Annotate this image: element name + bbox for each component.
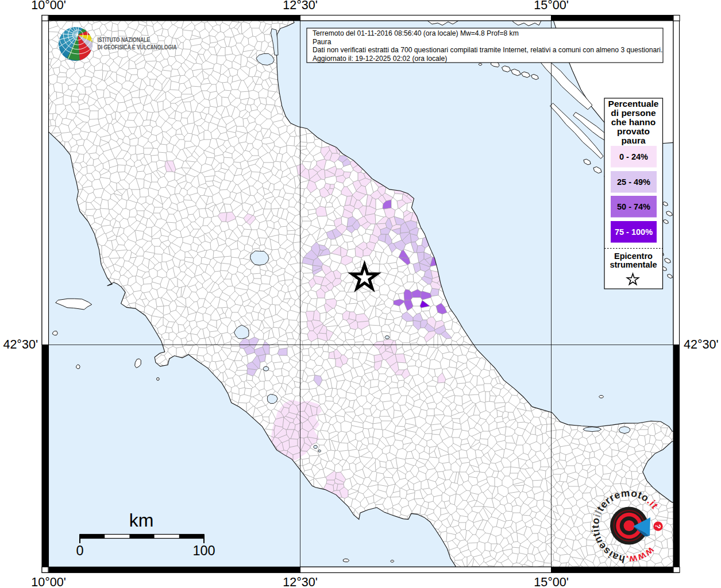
svg-text:paura: paura	[621, 136, 646, 145]
svg-text:75 - 100%: 75 - 100%	[615, 227, 653, 237]
svg-text:Percentuale: Percentuale	[608, 99, 659, 109]
svg-text:12°30': 12°30'	[283, 0, 318, 12]
svg-text:Epicentro: Epicentro	[614, 252, 653, 261]
svg-text:15°00': 15°00'	[534, 0, 569, 12]
svg-text:42°30': 42°30'	[3, 338, 38, 351]
svg-text:50 - 74%: 50 - 74%	[617, 202, 650, 211]
svg-text:km: km	[129, 510, 154, 531]
svg-text:strumentale: strumentale	[610, 260, 657, 269]
svg-text:10°00': 10°00'	[31, 0, 66, 12]
svg-text:di persone: di persone	[611, 108, 656, 118]
svg-text:100: 100	[192, 543, 215, 558]
svg-text:Dati non verificati estratti d: Dati non verificati estratti da 700 ques…	[313, 46, 662, 54]
svg-text:42°30': 42°30'	[684, 338, 719, 351]
svg-text:provato: provato	[617, 126, 650, 136]
svg-text:10°00': 10°00'	[31, 575, 66, 588]
svg-text:15°00': 15°00'	[534, 575, 569, 588]
svg-text:DI GEOFISICA E VULCANOLOGIA: DI GEOFISICA E VULCANOLOGIA	[97, 44, 176, 51]
svg-text:Terremoto del 01-11-2016 08:56: Terremoto del 01-11-2016 08:56:40 (ora l…	[313, 29, 519, 37]
svg-text:Aggiornato il: 19-12-2025 02:0: Aggiornato il: 19-12-2025 02:02 (ora loc…	[313, 55, 447, 63]
svg-text:Paura: Paura	[313, 38, 331, 46]
svg-text:0: 0	[76, 543, 83, 558]
svg-text:0 - 24%: 0 - 24%	[619, 152, 648, 161]
svg-text:che hanno: che hanno	[611, 117, 656, 127]
svg-text:25 - 49%: 25 - 49%	[617, 177, 650, 187]
svg-text:ISTITUTO NAZIONALE: ISTITUTO NAZIONALE	[97, 36, 150, 43]
svg-text:?: ?	[654, 524, 663, 529]
svg-text:12°30': 12°30'	[283, 575, 318, 588]
